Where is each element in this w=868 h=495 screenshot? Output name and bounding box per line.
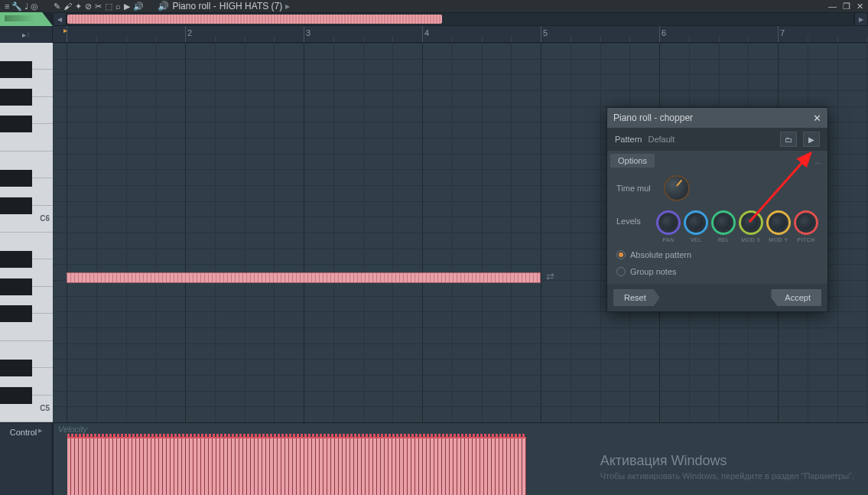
pencil-icon[interactable]: ✎ [54,2,60,11]
chopper-dialog[interactable]: Piano roll - chopper ✕ Pattern Default 🗀… [606,107,828,312]
overview-track[interactable] [67,12,854,26]
title-channel: HIGH HATS (7) [219,1,282,11]
level-knob-vel[interactable]: VEL [684,210,708,243]
levels-label: Levels [616,210,653,226]
level-knob-pan[interactable]: PAN [656,210,681,243]
slice-icon[interactable]: ✂ [95,2,102,11]
window-title: 🔊 Piano roll - HIGH HATS (7) ▶ [158,1,290,11]
control-label[interactable]: Control ▶ [0,423,53,495]
chopper-tabs: Options ︿ [607,151,827,168]
note-strip-c5[interactable] [67,272,541,283]
brush-icon[interactable]: 🖌 [63,2,72,11]
chopper-close-button[interactable]: ✕ [813,112,821,124]
speaker-icon[interactable]: 🔊 [133,2,144,11]
overview-row: ◀ ▶ [0,12,868,26]
timeline-ruler[interactable]: 234567▸ [53,26,868,43]
select-icon[interactable]: ⬚ [105,2,112,11]
level-knob-mod-x[interactable]: MOD X [739,210,763,243]
velocity-area[interactable]: Velocity [53,423,868,495]
zoom-icon[interactable]: ⌕ [115,2,121,11]
pattern-next-button[interactable]: ▶ [803,132,820,147]
mute-icon[interactable]: ⊘ [85,2,92,11]
level-knob-rel[interactable]: REL [711,210,736,243]
control-panel: Control ▶ Velocity [0,422,868,495]
window-controls: — ❐ ✕ [828,2,863,11]
erase-icon[interactable]: ✦ [75,2,82,11]
piano-keyboard[interactable]: C6C5 [0,43,53,422]
velocity-bars[interactable] [67,437,526,495]
hscroll-right-arrow[interactable]: ▶ [854,12,868,26]
title-prefix: Piano roll - [172,1,216,11]
control-dropdown-icon[interactable]: ▶ [38,428,42,434]
pattern-folder-button[interactable]: 🗀 [780,132,797,147]
play-icon[interactable]: ▶ [124,2,130,11]
collapse-icon[interactable]: ︿ [814,158,821,168]
options-tab[interactable]: Options [610,154,655,168]
absolute-pattern-row[interactable]: Absolute pattern [616,250,818,259]
ruler-corner[interactable]: ▸｜ [0,26,53,43]
restore-button[interactable]: ❐ [843,2,850,11]
titlebar: ≡ 🔧 ♩ ◎ ✎ 🖌 ✦ ⊘ ✂ ⬚ ⌕ ▶ 🔊 🔊 Piano roll -… [0,0,868,12]
control-text: Control [10,428,37,437]
group-notes-row[interactable]: Group notes [616,267,818,276]
chopper-body: Time mul Levels PANVELRELMOD XMOD YPITCH… [607,168,827,284]
target-icon[interactable]: ◎ [31,2,38,11]
overview-thumb[interactable] [67,15,442,24]
time-mul-row: Time mul [616,175,818,201]
level-knob-pitch[interactable]: PITCH [794,210,818,243]
levels-row: Levels PANVELRELMOD XMOD YPITCH [616,210,818,243]
ruler-row: ▸｜ 234567▸ [0,26,868,43]
chopper-footer: Reset Accept [607,284,827,311]
title-dropdown-icon[interactable]: ▶ [285,3,290,10]
chopper-title: Piano roll - chopper [613,112,693,123]
chopper-titlebar[interactable]: Piano roll - chopper ✕ [607,108,827,128]
hscroll-left-arrow[interactable]: ◀ [53,12,67,26]
time-mul-knob[interactable] [664,175,690,201]
snap-icon[interactable]: ♩ [24,2,28,11]
chopper-pattern-row: Pattern Default 🗀 ▶ [607,128,827,151]
reset-button[interactable]: Reset [613,289,660,306]
minimize-button[interactable]: — [828,2,837,11]
level-knob-mod-y[interactable]: MOD Y [766,210,791,243]
group-notes-label: Group notes [630,267,677,276]
speaker-title-icon: 🔊 [158,1,169,11]
velocity-label: Velocity [58,425,87,434]
menu-icon[interactable]: ≡ [5,2,9,11]
group-notes-radio[interactable] [616,267,626,276]
absolute-pattern-radio[interactable] [616,250,626,259]
wrench-icon[interactable]: 🔧 [11,2,22,11]
titlebar-left-tools: ≡ 🔧 ♩ ◎ [5,2,38,11]
time-mul-label: Time mul [616,184,656,193]
close-button[interactable]: ✕ [857,2,863,11]
accept-button[interactable]: Accept [771,289,821,306]
pattern-label: Pattern [615,135,642,144]
pattern-tab[interactable] [0,12,53,26]
titlebar-tool-icons: ✎ 🖌 ✦ ⊘ ✂ ⬚ ⌕ ▶ 🔊 [54,2,144,11]
absolute-pattern-label: Absolute pattern [630,250,691,259]
pattern-value[interactable]: Default [648,135,675,144]
